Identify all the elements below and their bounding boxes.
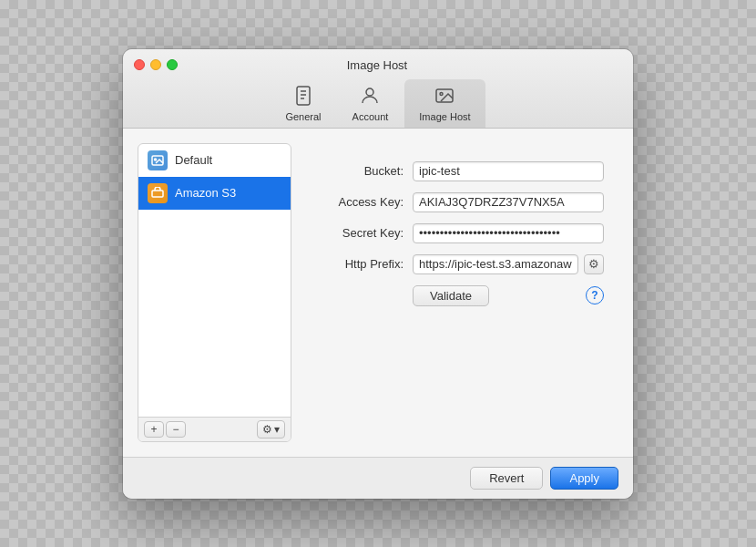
bucket-label: Bucket: [317, 164, 404, 178]
list-item-default[interactable]: Default [138, 144, 291, 177]
default-icon [148, 150, 168, 170]
validate-button[interactable]: Validate [413, 285, 489, 306]
tab-image-host[interactable]: Image Host [404, 79, 485, 128]
bucket-row: Bucket: [317, 161, 604, 181]
tab-general[interactable]: General [271, 79, 335, 128]
access-key-row: Access Key: [317, 192, 604, 212]
http-prefix-input[interactable] [413, 254, 578, 274]
window-title: Image Host [132, 58, 622, 72]
main-content: Default Amazon S3 + − [123, 129, 633, 457]
validate-row: Validate ? [317, 285, 604, 306]
svg-point-8 [155, 159, 157, 160]
left-panel-bar: + − ⚙ ▾ [138, 417, 291, 441]
secret-key-input[interactable] [413, 223, 604, 243]
tab-image-host-label: Image Host [419, 111, 470, 122]
add-host-button[interactable]: + [144, 421, 164, 438]
tab-general-label: General [285, 111, 321, 122]
http-prefix-input-wrap: ⚙ [413, 254, 604, 274]
bucket-input-wrap [413, 161, 604, 181]
access-key-input-wrap [413, 192, 604, 212]
settings-window: Image Host General [123, 49, 633, 499]
http-prefix-row: Http Prefix: ⚙ [317, 254, 604, 274]
gear-dropdown-button[interactable]: ⚙ ▾ [257, 420, 285, 439]
list-item-amazon-s3[interactable]: Amazon S3 [138, 177, 291, 210]
general-icon [291, 83, 316, 108]
gear-icon: ⚙ [588, 257, 599, 271]
svg-rect-9 [152, 191, 163, 197]
s3-icon [148, 183, 168, 203]
footer: Revert Apply [123, 457, 633, 499]
chevron-down-icon: ▾ [274, 423, 280, 436]
image-host-icon [432, 83, 457, 108]
host-list: Default Amazon S3 [138, 144, 291, 417]
toolbar: General Account [271, 79, 485, 128]
http-prefix-gear-button[interactable]: ⚙ [584, 254, 604, 274]
http-prefix-label: Http Prefix: [317, 257, 404, 271]
remove-host-button[interactable]: − [166, 421, 186, 438]
tab-account-label: Account [352, 111, 389, 122]
help-button[interactable]: ? [586, 286, 604, 304]
tab-account[interactable]: Account [338, 79, 404, 128]
title-bar: Image Host General [123, 49, 633, 129]
secret-key-label: Secret Key: [317, 226, 404, 240]
default-label: Default [175, 153, 212, 167]
access-key-label: Access Key: [317, 195, 404, 209]
svg-rect-0 [297, 87, 310, 105]
bucket-input[interactable] [413, 161, 604, 181]
secret-key-row: Secret Key: [317, 223, 604, 243]
svg-point-4 [366, 88, 373, 96]
right-panel: Bucket: Access Key: Secret Key: Http Pre… [302, 143, 618, 442]
gear-icon: ⚙ [262, 423, 272, 436]
amazon-s3-label: Amazon S3 [175, 186, 236, 200]
revert-button[interactable]: Revert [470, 467, 543, 490]
left-panel: Default Amazon S3 + − [138, 143, 291, 442]
apply-button[interactable]: Apply [550, 467, 618, 490]
access-key-input[interactable] [413, 192, 604, 212]
svg-point-6 [440, 92, 443, 95]
account-icon [357, 83, 383, 108]
secret-key-input-wrap [413, 223, 604, 243]
